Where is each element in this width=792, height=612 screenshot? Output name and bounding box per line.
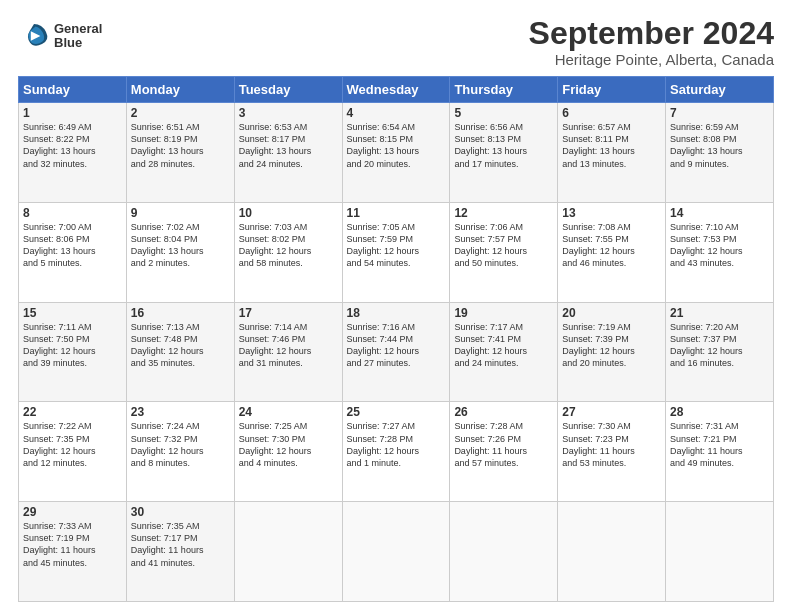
day-number: 19 [454,306,553,320]
day-info: Sunrise: 7:25 AM Sunset: 7:30 PM Dayligh… [239,420,338,469]
calendar-cell: 10Sunrise: 7:03 AM Sunset: 8:02 PM Dayli… [234,202,342,302]
day-info: Sunrise: 7:11 AM Sunset: 7:50 PM Dayligh… [23,321,122,370]
day-info: Sunrise: 7:13 AM Sunset: 7:48 PM Dayligh… [131,321,230,370]
day-number: 13 [562,206,661,220]
calendar-cell: 20Sunrise: 7:19 AM Sunset: 7:39 PM Dayli… [558,302,666,402]
day-number: 26 [454,405,553,419]
calendar-cell: 26Sunrise: 7:28 AM Sunset: 7:26 PM Dayli… [450,402,558,502]
day-info: Sunrise: 6:51 AM Sunset: 8:19 PM Dayligh… [131,121,230,170]
day-number: 16 [131,306,230,320]
day-info: Sunrise: 7:30 AM Sunset: 7:23 PM Dayligh… [562,420,661,469]
logo-line2: Blue [54,36,102,50]
calendar-table: SundayMondayTuesdayWednesdayThursdayFrid… [18,76,774,602]
calendar-cell: 11Sunrise: 7:05 AM Sunset: 7:59 PM Dayli… [342,202,450,302]
calendar-cell: 15Sunrise: 7:11 AM Sunset: 7:50 PM Dayli… [19,302,127,402]
calendar-cell: 5Sunrise: 6:56 AM Sunset: 8:13 PM Daylig… [450,103,558,203]
calendar-cell: 1Sunrise: 6:49 AM Sunset: 8:22 PM Daylig… [19,103,127,203]
calendar-cell: 3Sunrise: 6:53 AM Sunset: 8:17 PM Daylig… [234,103,342,203]
weekday-header: Thursday [450,77,558,103]
calendar-cell [342,502,450,602]
calendar-cell [234,502,342,602]
calendar-cell: 7Sunrise: 6:59 AM Sunset: 8:08 PM Daylig… [666,103,774,203]
calendar-cell: 18Sunrise: 7:16 AM Sunset: 7:44 PM Dayli… [342,302,450,402]
calendar-subtitle: Heritage Pointe, Alberta, Canada [529,51,774,68]
calendar-cell: 16Sunrise: 7:13 AM Sunset: 7:48 PM Dayli… [126,302,234,402]
weekday-header: Wednesday [342,77,450,103]
day-info: Sunrise: 7:19 AM Sunset: 7:39 PM Dayligh… [562,321,661,370]
weekday-header: Tuesday [234,77,342,103]
day-info: Sunrise: 7:20 AM Sunset: 7:37 PM Dayligh… [670,321,769,370]
day-number: 11 [347,206,446,220]
day-info: Sunrise: 7:28 AM Sunset: 7:26 PM Dayligh… [454,420,553,469]
calendar-title: September 2024 [529,16,774,51]
calendar-cell: 21Sunrise: 7:20 AM Sunset: 7:37 PM Dayli… [666,302,774,402]
calendar-cell: 19Sunrise: 7:17 AM Sunset: 7:41 PM Dayli… [450,302,558,402]
day-info: Sunrise: 7:24 AM Sunset: 7:32 PM Dayligh… [131,420,230,469]
weekday-header: Friday [558,77,666,103]
day-number: 18 [347,306,446,320]
day-info: Sunrise: 6:59 AM Sunset: 8:08 PM Dayligh… [670,121,769,170]
weekday-header-row: SundayMondayTuesdayWednesdayThursdayFrid… [19,77,774,103]
calendar-cell: 22Sunrise: 7:22 AM Sunset: 7:35 PM Dayli… [19,402,127,502]
day-info: Sunrise: 7:31 AM Sunset: 7:21 PM Dayligh… [670,420,769,469]
calendar-cell: 2Sunrise: 6:51 AM Sunset: 8:19 PM Daylig… [126,103,234,203]
day-info: Sunrise: 6:53 AM Sunset: 8:17 PM Dayligh… [239,121,338,170]
day-info: Sunrise: 7:16 AM Sunset: 7:44 PM Dayligh… [347,321,446,370]
day-info: Sunrise: 6:57 AM Sunset: 8:11 PM Dayligh… [562,121,661,170]
logo: General Blue [18,20,102,52]
calendar-cell: 4Sunrise: 6:54 AM Sunset: 8:15 PM Daylig… [342,103,450,203]
day-number: 3 [239,106,338,120]
day-number: 1 [23,106,122,120]
day-info: Sunrise: 6:56 AM Sunset: 8:13 PM Dayligh… [454,121,553,170]
day-info: Sunrise: 7:14 AM Sunset: 7:46 PM Dayligh… [239,321,338,370]
day-number: 8 [23,206,122,220]
weekday-header: Sunday [19,77,127,103]
day-info: Sunrise: 7:22 AM Sunset: 7:35 PM Dayligh… [23,420,122,469]
day-number: 7 [670,106,769,120]
day-number: 21 [670,306,769,320]
day-info: Sunrise: 7:27 AM Sunset: 7:28 PM Dayligh… [347,420,446,469]
day-number: 20 [562,306,661,320]
calendar-week-row: 8Sunrise: 7:00 AM Sunset: 8:06 PM Daylig… [19,202,774,302]
day-number: 9 [131,206,230,220]
calendar-cell [450,502,558,602]
calendar-week-row: 29Sunrise: 7:33 AM Sunset: 7:19 PM Dayli… [19,502,774,602]
calendar-cell: 30Sunrise: 7:35 AM Sunset: 7:17 PM Dayli… [126,502,234,602]
calendar-cell: 12Sunrise: 7:06 AM Sunset: 7:57 PM Dayli… [450,202,558,302]
day-info: Sunrise: 6:54 AM Sunset: 8:15 PM Dayligh… [347,121,446,170]
page: General Blue September 2024 Heritage Poi… [0,0,792,612]
day-info: Sunrise: 7:35 AM Sunset: 7:17 PM Dayligh… [131,520,230,569]
calendar-cell: 25Sunrise: 7:27 AM Sunset: 7:28 PM Dayli… [342,402,450,502]
calendar-cell: 24Sunrise: 7:25 AM Sunset: 7:30 PM Dayli… [234,402,342,502]
day-number: 22 [23,405,122,419]
calendar-cell: 28Sunrise: 7:31 AM Sunset: 7:21 PM Dayli… [666,402,774,502]
day-info: Sunrise: 7:06 AM Sunset: 7:57 PM Dayligh… [454,221,553,270]
day-number: 28 [670,405,769,419]
day-number: 27 [562,405,661,419]
title-block: September 2024 Heritage Pointe, Alberta,… [529,16,774,68]
day-info: Sunrise: 6:49 AM Sunset: 8:22 PM Dayligh… [23,121,122,170]
calendar-week-row: 22Sunrise: 7:22 AM Sunset: 7:35 PM Dayli… [19,402,774,502]
weekday-header: Saturday [666,77,774,103]
day-number: 17 [239,306,338,320]
day-number: 6 [562,106,661,120]
day-info: Sunrise: 7:05 AM Sunset: 7:59 PM Dayligh… [347,221,446,270]
day-info: Sunrise: 7:00 AM Sunset: 8:06 PM Dayligh… [23,221,122,270]
day-number: 2 [131,106,230,120]
day-number: 12 [454,206,553,220]
calendar-cell: 6Sunrise: 6:57 AM Sunset: 8:11 PM Daylig… [558,103,666,203]
calendar-week-row: 15Sunrise: 7:11 AM Sunset: 7:50 PM Dayli… [19,302,774,402]
day-number: 25 [347,405,446,419]
calendar-cell: 23Sunrise: 7:24 AM Sunset: 7:32 PM Dayli… [126,402,234,502]
day-number: 15 [23,306,122,320]
day-info: Sunrise: 7:33 AM Sunset: 7:19 PM Dayligh… [23,520,122,569]
logo-icon [18,20,50,52]
calendar-cell: 17Sunrise: 7:14 AM Sunset: 7:46 PM Dayli… [234,302,342,402]
day-number: 5 [454,106,553,120]
day-number: 4 [347,106,446,120]
calendar-cell: 29Sunrise: 7:33 AM Sunset: 7:19 PM Dayli… [19,502,127,602]
day-info: Sunrise: 7:17 AM Sunset: 7:41 PM Dayligh… [454,321,553,370]
calendar-cell: 27Sunrise: 7:30 AM Sunset: 7:23 PM Dayli… [558,402,666,502]
day-number: 24 [239,405,338,419]
calendar-cell [558,502,666,602]
